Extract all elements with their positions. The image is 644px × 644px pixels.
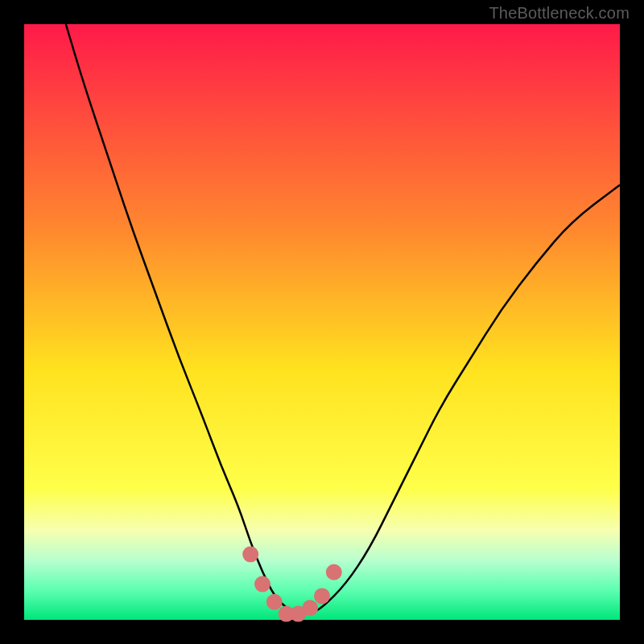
watermark-text: TheBottleneck.com xyxy=(489,4,630,23)
marker-dot xyxy=(314,588,330,604)
chart-canvas xyxy=(0,0,644,644)
marker-dot xyxy=(266,594,283,610)
plot-area xyxy=(24,24,620,620)
marker-dot xyxy=(242,547,258,563)
marker-dot xyxy=(326,564,342,580)
marker-dot xyxy=(302,600,318,616)
marker-dot xyxy=(254,576,270,592)
